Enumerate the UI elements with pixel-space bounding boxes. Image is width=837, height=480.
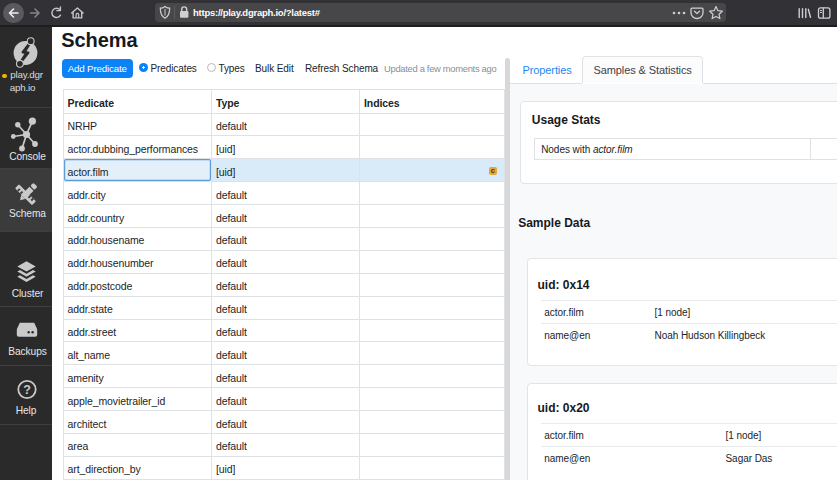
svg-text:?: ? <box>23 383 31 397</box>
